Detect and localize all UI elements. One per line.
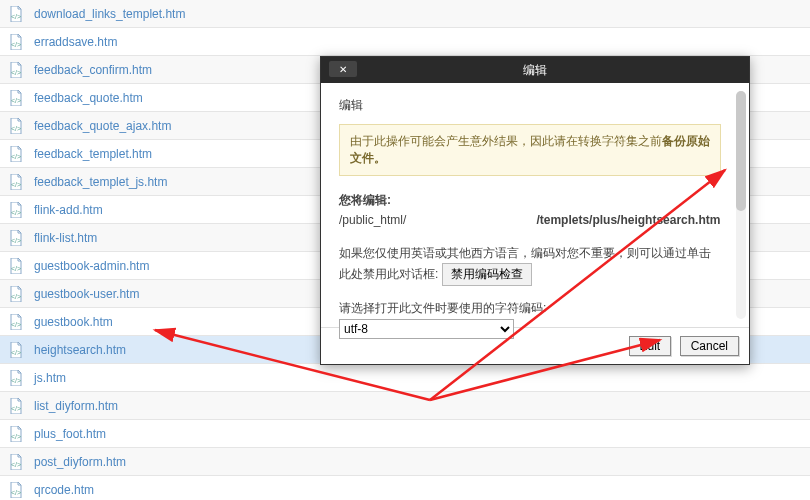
file-name: guestbook.htm — [34, 315, 113, 329]
file-name: guestbook-admin.htm — [34, 259, 149, 273]
file-name: flink-add.htm — [34, 203, 103, 217]
warning-text: 由于此操作可能会产生意外结果，因此请在转换字符集之前 — [350, 134, 662, 148]
edit-path-prefix: /public_html/ — [339, 213, 406, 227]
svg-text:</>: </> — [11, 68, 21, 75]
svg-text:</>: </> — [11, 488, 21, 495]
encoding-select[interactable]: utf-8 — [339, 319, 514, 339]
dialog-body: 编辑 由于此操作可能会产生意外结果，因此请在转换字符集之前备份原始文件。 您将编… — [321, 83, 749, 327]
edit-path-label: 您将编辑: — [339, 193, 391, 207]
htm-file-icon: </> — [8, 314, 24, 330]
file-name: feedback_confirm.htm — [34, 63, 152, 77]
htm-file-icon: </> — [8, 62, 24, 78]
file-name: feedback_templet.htm — [34, 147, 152, 161]
htm-file-icon: </> — [8, 370, 24, 386]
svg-text:</>: </> — [11, 96, 21, 103]
language-section: 如果您仅使用英语或其他西方语言，编码对您不重要，则可以通过单击此处禁用此对话框:… — [339, 243, 721, 286]
htm-file-icon: </> — [8, 482, 24, 498]
svg-text:</>: </> — [11, 236, 21, 243]
edit-dialog: ✕ 编辑 编辑 由于此操作可能会产生意外结果，因此请在转换字符集之前备份原始文件… — [320, 56, 750, 365]
svg-text:</>: </> — [11, 124, 21, 131]
close-icon: ✕ — [339, 64, 347, 75]
close-button[interactable]: ✕ — [329, 61, 357, 77]
file-name: heightsearch.htm — [34, 343, 126, 357]
dialog-heading: 编辑 — [339, 97, 721, 114]
svg-text:</>: </> — [11, 208, 21, 215]
htm-file-icon: </> — [8, 342, 24, 358]
file-row[interactable]: </>list_diyform.htm — [0, 392, 810, 420]
htm-file-icon: </> — [8, 230, 24, 246]
svg-text:</>: </> — [11, 460, 21, 467]
file-name: list_diyform.htm — [34, 399, 118, 413]
file-name: feedback_templet_js.htm — [34, 175, 167, 189]
file-name: guestbook-user.htm — [34, 287, 139, 301]
htm-file-icon: </> — [8, 6, 24, 22]
svg-text:</>: </> — [11, 264, 21, 271]
file-row[interactable]: </>plus_foot.htm — [0, 420, 810, 448]
file-name: post_diyform.htm — [34, 455, 126, 469]
htm-file-icon: </> — [8, 174, 24, 190]
warning-banner: 由于此操作可能会产生意外结果，因此请在转换字符集之前备份原始文件。 — [339, 124, 721, 176]
edit-path-section: 您将编辑: /public_html//templets/plus/height… — [339, 190, 721, 231]
svg-text:</>: </> — [11, 292, 21, 299]
svg-text:</>: </> — [11, 376, 21, 383]
svg-text:</>: </> — [11, 152, 21, 159]
svg-text:</>: </> — [11, 320, 21, 327]
dialog-titlebar[interactable]: ✕ 编辑 — [321, 57, 749, 83]
svg-text:</>: </> — [11, 180, 21, 187]
file-name: qrcode.htm — [34, 483, 94, 497]
file-name: erraddsave.htm — [34, 35, 117, 49]
htm-file-icon: </> — [8, 398, 24, 414]
file-row[interactable]: </>erraddsave.htm — [0, 28, 810, 56]
file-row[interactable]: </>post_diyform.htm — [0, 448, 810, 476]
file-name: feedback_quote.htm — [34, 91, 143, 105]
htm-file-icon: </> — [8, 426, 24, 442]
file-name: flink-list.htm — [34, 231, 97, 245]
scrollbar-thumb[interactable] — [736, 91, 746, 211]
file-row[interactable]: </>js.htm — [0, 364, 810, 392]
file-name: download_links_templet.htm — [34, 7, 185, 21]
cancel-button[interactable]: Cancel — [680, 336, 739, 356]
htm-file-icon: </> — [8, 286, 24, 302]
htm-file-icon: </> — [8, 34, 24, 50]
edit-path-suffix: /templets/plus/heightsearch.htm — [536, 213, 720, 227]
svg-text:</>: </> — [11, 404, 21, 411]
file-row[interactable]: </>download_links_templet.htm — [0, 0, 810, 28]
htm-file-icon: </> — [8, 258, 24, 274]
file-name: feedback_quote_ajax.htm — [34, 119, 171, 133]
svg-text:</>: </> — [11, 432, 21, 439]
svg-text:</>: </> — [11, 12, 21, 19]
htm-file-icon: </> — [8, 454, 24, 470]
file-name: plus_foot.htm — [34, 427, 106, 441]
file-row[interactable]: </>qrcode.htm — [0, 476, 810, 500]
htm-file-icon: </> — [8, 146, 24, 162]
disable-encoding-button[interactable]: 禁用编码检查 — [442, 263, 532, 286]
file-name: js.htm — [34, 371, 66, 385]
htm-file-icon: </> — [8, 202, 24, 218]
encoding-label: 请选择打开此文件时要使用的字符编码: — [339, 301, 546, 315]
htm-file-icon: </> — [8, 118, 24, 134]
svg-text:</>: </> — [11, 348, 21, 355]
encoding-section: 请选择打开此文件时要使用的字符编码: utf-8 — [339, 298, 721, 339]
svg-text:</>: </> — [11, 40, 21, 47]
htm-file-icon: </> — [8, 90, 24, 106]
edit-button[interactable]: Edit — [629, 336, 672, 356]
dialog-title: 编辑 — [321, 62, 749, 79]
